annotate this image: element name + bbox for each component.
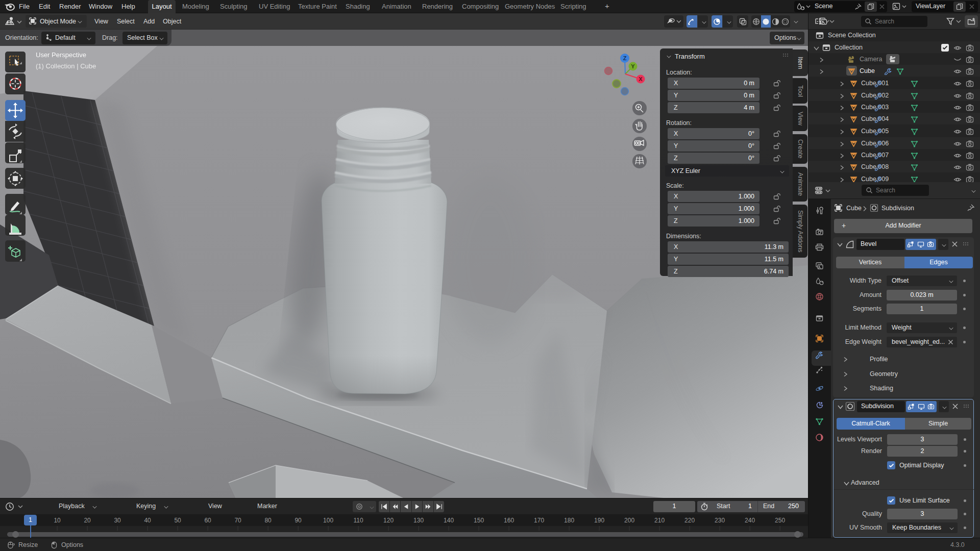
svg-text:Y: Y (631, 63, 635, 69)
svg-text:Z: Z (623, 55, 627, 61)
svg-text:X: X (639, 76, 643, 82)
